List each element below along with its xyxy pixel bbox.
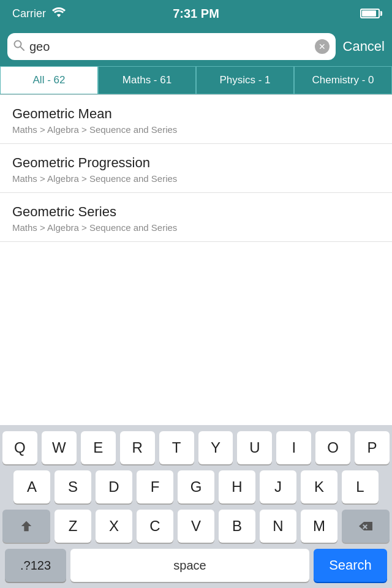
key-q[interactable]: Q [2,431,37,464]
svg-line-1 [20,47,24,50]
key-l[interactable]: L [342,470,379,503]
shift-key[interactable] [2,510,50,543]
key-t[interactable]: T [159,431,194,464]
key-a[interactable]: A [13,470,50,503]
result-item-0[interactable]: Geometric Mean Maths > Algebra > Sequenc… [0,95,392,144]
result-breadcrumb-2: Maths > Algebra > Sequence and Series [12,222,380,233]
key-w[interactable]: W [42,431,77,464]
key-c[interactable]: C [137,510,173,543]
result-title-0: Geometric Mean [12,106,380,122]
key-n[interactable]: N [260,510,296,543]
key-m[interactable]: M [301,510,337,543]
keyboard-row-3: Z X C V B N M [2,510,390,543]
tab-physics[interactable]: Physics - 1 [196,66,294,94]
key-u[interactable]: U [237,431,272,464]
search-input[interactable] [29,40,315,54]
carrier-label: Carrier [12,7,46,20]
key-x[interactable]: X [96,510,132,543]
tabs: All - 62 Maths - 61 Physics - 1 Chemistr… [0,66,392,95]
search-input-wrapper[interactable]: ✕ [7,33,336,60]
tab-all[interactable]: All - 62 [0,66,98,94]
result-title-1: Geometric Progression [12,155,380,171]
tab-maths[interactable]: Maths - 61 [98,66,196,94]
result-title-2: Geometric Series [12,204,380,220]
keyboard-row-2: A S D F G H J K L [2,470,390,503]
key-b[interactable]: B [219,510,255,543]
results-list: Geometric Mean Maths > Algebra > Sequenc… [0,95,392,242]
key-y[interactable]: Y [198,431,233,464]
time-label: 7:31 PM [173,7,219,21]
key-k[interactable]: K [301,470,337,503]
clear-button[interactable]: ✕ [315,39,330,54]
key-o[interactable]: O [315,431,350,464]
result-item-1[interactable]: Geometric Progression Maths > Algebra > … [0,144,392,193]
backspace-key[interactable] [342,510,390,543]
wifi-icon [52,7,66,20]
key-e[interactable]: E [81,431,116,464]
key-d[interactable]: D [96,470,132,503]
key-r[interactable]: R [120,431,155,464]
key-g[interactable]: G [178,470,214,503]
tab-chemistry[interactable]: Chemistry - 0 [294,66,392,94]
search-bar: ✕ Cancel [0,27,392,66]
battery-icon [360,9,380,18]
key-s[interactable]: S [55,470,91,503]
status-bar: Carrier 7:31 PM [0,0,392,27]
key-i[interactable]: I [276,431,311,464]
key-v[interactable]: V [178,510,214,543]
key-z[interactable]: Z [55,510,91,543]
cancel-button[interactable]: Cancel [343,39,385,55]
result-breadcrumb-0: Maths > Algebra > Sequence and Series [12,124,380,135]
key-h[interactable]: H [219,470,255,503]
keyboard-bottom-row: .?123 space Search [2,549,390,582]
key-p[interactable]: P [355,431,390,464]
search-magnifier-icon [13,40,24,54]
space-key[interactable]: space [70,549,309,582]
search-key[interactable]: Search [314,549,387,582]
keyboard-row-1: Q W E R T Y U I O P [2,431,390,464]
result-breadcrumb-1: Maths > Algebra > Sequence and Series [12,173,380,184]
numbers-key[interactable]: .?123 [5,549,66,582]
key-f[interactable]: F [137,470,173,503]
key-j[interactable]: J [260,470,296,503]
result-item-2[interactable]: Geometric Series Maths > Algebra > Seque… [0,193,392,242]
keyboard: Q W E R T Y U I O P A S D F G H J K L Z … [0,425,392,588]
